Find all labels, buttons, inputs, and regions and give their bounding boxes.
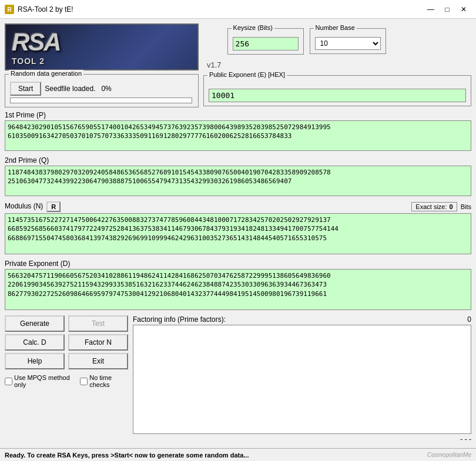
bottom-section: Generate Test Calc. D Factor N Help Exit… (5, 315, 471, 443)
svg-text:R: R (7, 6, 12, 13)
random-label: Random data generation (9, 70, 83, 77)
prime1-textarea[interactable] (5, 120, 471, 151)
factoring-label: Factoring info (Prime factors): (133, 315, 226, 324)
close-button[interactable]: ✕ (456, 4, 471, 15)
mpqs-label: Use MPQS method only (14, 374, 75, 388)
logo-version: v1.7 (207, 60, 222, 70)
number-base-group: Number Base 10 2 8 16 (310, 28, 386, 54)
keysize-group: Keysize (Bits) (227, 28, 304, 55)
progress-bar-container (10, 97, 192, 103)
mpqs-checkbox[interactable] (5, 378, 12, 385)
factoring-col: Factoring info (Prime factors): 0 - - - (133, 315, 471, 443)
private-exp-section: Private Exponent (D) (5, 260, 471, 312)
prime1-label: 1st Prime (P) (5, 111, 471, 119)
notime-checkbox[interactable] (80, 378, 88, 385)
start-button[interactable]: Start (10, 82, 41, 96)
number-base-select[interactable]: 10 2 8 16 (315, 37, 381, 50)
help-button[interactable]: Help (5, 353, 65, 369)
prime2-section: 2nd Prime (Q) (5, 156, 471, 198)
buttons-col: Generate Test Calc. D Factor N Help Exit… (5, 315, 128, 443)
exponent-group: Public Exponent (E) [HEX] (203, 75, 471, 106)
private-exp-textarea[interactable] (5, 269, 471, 310)
test-button[interactable]: Test (68, 315, 128, 332)
main-content: RSA TOOL 2 v1.7 Keysize (Bits) Number Ba… (0, 19, 476, 448)
status-text: Ready. To create RSA Keys, press >Start<… (5, 452, 249, 459)
btn-row-3: Help Exit (5, 353, 128, 369)
mpqs-checkbox-item: Use MPQS method only (5, 374, 75, 388)
logo-rsa-text: RSA (12, 28, 61, 56)
factoring-textarea[interactable] (133, 325, 471, 434)
minimize-button[interactable]: — (423, 4, 438, 15)
private-exp-label: Private Exponent (D) (5, 260, 471, 268)
status-bar: Ready. To create RSA Keys, press >Start<… (0, 448, 476, 461)
btn-row-1: Generate Test (5, 315, 128, 332)
btn-row-2: Calc. D Factor N (5, 334, 128, 351)
exact-size-label: Exact size: (415, 203, 447, 210)
top-row: RSA TOOL 2 v1.7 Keysize (Bits) Number Ba… (5, 23, 471, 70)
prime1-section: 1st Prime (P) (5, 111, 471, 153)
title-bar: R RSA-Tool 2 by tE! — □ ✕ (0, 0, 476, 19)
random-group: Random data generation Start Seedfile lo… (5, 74, 199, 107)
factoring-label-row: Factoring info (Prime factors): 0 (133, 315, 471, 324)
app-icon: R (5, 5, 14, 14)
keysize-input[interactable] (233, 37, 299, 51)
prime2-textarea[interactable] (5, 166, 471, 196)
modulus-r-button[interactable]: R (46, 201, 61, 212)
factoring-dashes: - - - (460, 435, 471, 443)
factor-n-button[interactable]: Factor N (68, 334, 128, 351)
keysize-label: Keysize (Bits) (232, 24, 274, 31)
logo-area: RSA TOOL 2 (5, 23, 199, 70)
exit-button[interactable]: Exit (68, 353, 128, 369)
checkboxes-row: Use MPQS method only No time checks (5, 372, 128, 388)
calc-d-button[interactable]: Calc. D (5, 334, 65, 351)
random-exponent-row: Random data generation Start Seedfile lo… (5, 74, 471, 107)
window-controls: — □ ✕ (423, 4, 471, 15)
random-inner: Start Seedfile loaded. 0% (10, 82, 193, 96)
modulus-label: Modulus (N) (5, 202, 43, 210)
exponent-label: Public Exponent (E) [HEX] (207, 71, 287, 78)
modulus-label-row: Modulus (N) R Exact size: 0 Bits (5, 201, 471, 212)
number-base-label: Number Base (314, 24, 357, 31)
modulus-section: Modulus (N) R Exact size: 0 Bits (5, 201, 471, 256)
logo-tool2-text: TOOL 2 (12, 56, 45, 66)
prime2-label: 2nd Prime (Q) (5, 156, 471, 164)
exact-size-value: 0 (450, 203, 453, 210)
app-title: RSA-Tool 2 by tE! (18, 5, 423, 14)
seed-status: Seedfile loaded. (45, 85, 95, 93)
maximize-button[interactable]: □ (440, 4, 455, 15)
status-watermark: CosmopolitanMe (427, 452, 471, 458)
exponent-input[interactable] (209, 89, 466, 102)
exact-size-group: Exact size: 0 (411, 202, 457, 211)
generate-button[interactable]: Generate (5, 315, 65, 332)
modulus-textarea[interactable] (5, 213, 471, 254)
notime-label: No time checks (89, 374, 128, 388)
seed-percent: 0% (101, 85, 111, 93)
bits-label: Bits (461, 203, 471, 210)
notime-checkbox-item: No time checks (80, 374, 128, 388)
factoring-count: 0 (467, 315, 471, 324)
